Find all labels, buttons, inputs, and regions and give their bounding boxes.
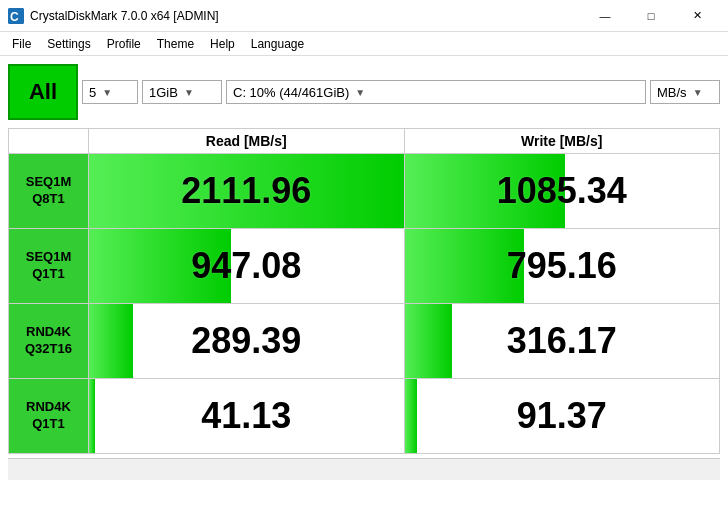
menu-language[interactable]: Language: [243, 35, 312, 53]
status-bar: [8, 458, 720, 480]
maximize-button[interactable]: □: [628, 0, 674, 32]
title-bar: C CrystalDiskMark 7.0.0 x64 [ADMIN] — □ …: [0, 0, 728, 32]
table-row: SEQ1MQ1T1947.08795.16: [9, 229, 720, 304]
count-dropdown[interactable]: 5 ▼: [82, 80, 138, 104]
svg-text:C: C: [10, 10, 19, 24]
main-content: All 5 ▼ 1GiB ▼ C: 10% (44/461GiB) ▼ MB/s…: [0, 56, 728, 522]
read-number: 41.13: [201, 395, 291, 436]
write-value: 1085.34: [404, 154, 720, 229]
write-value: 316.17: [404, 304, 720, 379]
menu-help[interactable]: Help: [202, 35, 243, 53]
minimize-button[interactable]: —: [582, 0, 628, 32]
write-number: 91.37: [517, 395, 607, 436]
write-bar: [405, 379, 418, 453]
drive-dropdown-arrow: ▼: [355, 87, 365, 98]
drive-dropdown[interactable]: C: 10% (44/461GiB) ▼: [226, 80, 646, 104]
write-number: 1085.34: [497, 170, 627, 211]
results-table: Read [MB/s] Write [MB/s] SEQ1MQ8T12111.9…: [8, 128, 720, 454]
write-number: 795.16: [507, 245, 617, 286]
app-icon: C: [8, 8, 24, 24]
read-number: 947.08: [191, 245, 301, 286]
unit-dropdown-arrow: ▼: [693, 87, 703, 98]
window-controls: — □ ✕: [582, 0, 720, 32]
read-value: 41.13: [89, 379, 405, 454]
menu-bar: File Settings Profile Theme Help Languag…: [0, 32, 728, 56]
row-label: RND4KQ32T16: [9, 304, 89, 379]
write-number: 316.17: [507, 320, 617, 361]
table-row: RND4KQ1T141.1391.37: [9, 379, 720, 454]
read-header: Read [MB/s]: [89, 129, 405, 154]
read-value: 2111.96: [89, 154, 405, 229]
read-bar: [89, 379, 95, 453]
close-button[interactable]: ✕: [674, 0, 720, 32]
unit-dropdown[interactable]: MB/s ▼: [650, 80, 720, 104]
row-label: SEQ1MQ1T1: [9, 229, 89, 304]
table-row: SEQ1MQ8T12111.961085.34: [9, 154, 720, 229]
write-bar: [405, 304, 452, 378]
write-value: 795.16: [404, 229, 720, 304]
count-dropdown-arrow: ▼: [102, 87, 112, 98]
read-bar: [89, 304, 133, 378]
toolbar: All 5 ▼ 1GiB ▼ C: 10% (44/461GiB) ▼ MB/s…: [8, 64, 720, 120]
read-number: 289.39: [191, 320, 301, 361]
write-header: Write [MB/s]: [404, 129, 720, 154]
read-value: 289.39: [89, 304, 405, 379]
write-value: 91.37: [404, 379, 720, 454]
row-label: SEQ1MQ8T1: [9, 154, 89, 229]
window-title: CrystalDiskMark 7.0.0 x64 [ADMIN]: [30, 9, 582, 23]
label-header: [9, 129, 89, 154]
menu-theme[interactable]: Theme: [149, 35, 202, 53]
size-dropdown[interactable]: 1GiB ▼: [142, 80, 222, 104]
row-label: RND4KQ1T1: [9, 379, 89, 454]
menu-settings[interactable]: Settings: [39, 35, 98, 53]
menu-file[interactable]: File: [4, 35, 39, 53]
read-value: 947.08: [89, 229, 405, 304]
all-button[interactable]: All: [8, 64, 78, 120]
menu-profile[interactable]: Profile: [99, 35, 149, 53]
read-number: 2111.96: [181, 170, 311, 211]
size-dropdown-arrow: ▼: [184, 87, 194, 98]
table-row: RND4KQ32T16289.39316.17: [9, 304, 720, 379]
